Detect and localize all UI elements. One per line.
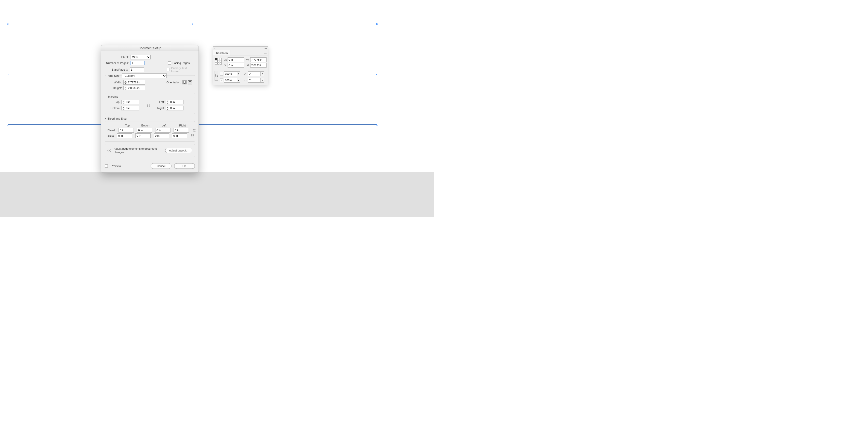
bleed-top-input[interactable] [119,128,134,133]
numpages-label: Number of Pages: [105,61,130,64]
y-label: Y: [223,64,227,67]
bleed-link-icon[interactable]: ⛓ [192,128,196,132]
orientation-portrait-button[interactable] [183,80,187,84]
resize-handle-tr[interactable] [376,23,378,25]
height-stepper[interactable]: ▴▾ [123,86,145,90]
margin-top-stepper[interactable]: ▴▾ [121,100,139,104]
margins-link-icon[interactable]: ⛓ [147,104,150,107]
resize-handle-ml[interactable] [7,74,8,75]
panel-close-icon[interactable]: × [214,47,216,50]
shear-icon: ▱ [243,79,247,82]
adjust-layout-button[interactable]: Adjust Layout... [165,148,192,153]
ok-button[interactable]: OK [174,163,195,169]
dropdown-icon[interactable]: ▾ [237,71,240,76]
margin-bottom-stepper[interactable]: ▴▾ [121,106,139,110]
panel-collapse-icon[interactable]: ◂◂ [265,47,267,50]
slug-bottom-input[interactable] [135,133,151,138]
h-input[interactable] [250,63,267,67]
h-label: H: [246,64,249,67]
facing-pages-checkbox[interactable] [168,61,171,64]
rotate-combo[interactable]: ▾ [248,71,264,76]
slug-row-label: Slug: [107,134,114,137]
scale-y-icon: ↕ [220,79,223,82]
x-input[interactable] [227,57,244,62]
resize-handle-mr[interactable] [376,74,378,75]
scale-link-icon[interactable]: ⛓ [215,71,218,81]
primary-text-frame-label: Primary Text Frame [171,66,195,73]
cancel-button[interactable]: Cancel [151,163,172,169]
width-stepper[interactable]: ▴▾ [123,80,145,85]
scale-x-combo[interactable]: ▾ [224,71,240,76]
scale-x-icon: ↔ [220,72,223,76]
bleed-left-input[interactable] [155,128,170,133]
height-label: Height: [107,86,122,89]
preview-label: Preview [111,165,121,168]
col-right: Right [175,124,190,127]
w-input[interactable] [250,57,267,62]
resize-handle-bl[interactable] [7,124,8,125]
height-input[interactable] [127,86,145,90]
intent-label: Intent: [105,56,130,59]
canvas-area [0,0,434,172]
slug-right-input[interactable] [172,133,187,138]
transform-tab[interactable]: Transform [213,50,230,56]
adjust-message: Adjust page elements to document changes [114,147,163,154]
slug-left-input[interactable] [154,133,169,138]
margins-legend: Margins [107,95,119,98]
numpages-input[interactable] [130,61,145,65]
x-label: X: [223,58,227,61]
slug-top-input[interactable] [117,133,132,138]
page-size-select[interactable]: [Custom] [122,74,167,78]
facing-pages-label: Facing Pages [173,61,190,64]
orientation-label: Orientation: [166,81,181,84]
y-input[interactable] [227,63,244,67]
rotate-icon: △ [243,72,247,75]
dropdown-icon[interactable]: ▾ [237,78,240,83]
w-label: W: [246,58,249,61]
scale-x-input[interactable] [224,71,237,76]
bleed-right-input[interactable] [174,128,189,133]
primary-text-frame-checkbox [167,68,170,71]
orientation-landscape-button[interactable] [188,80,192,84]
adjust-layout-box: i Adjust page elements to document chang… [105,144,195,157]
startpage-input[interactable] [130,67,144,72]
col-bottom: Bottom [138,124,153,127]
chevron-down-icon: ▾ [105,117,106,120]
reference-point-proxy[interactable] [215,58,222,67]
document-setup-dialog: Document Setup Intent: Web Number of Pag… [101,45,199,173]
col-left: Left [156,124,172,127]
bleed-slug-disclosure[interactable]: ▾ Bleed and Slug [105,117,195,120]
intent-select[interactable]: Web [130,55,151,59]
resize-handle-tl[interactable] [7,23,8,25]
margin-right-input[interactable] [169,106,184,110]
margin-bottom-input[interactable] [125,106,139,110]
bleed-slug-label: Bleed and Slug [107,117,127,120]
margin-left-stepper[interactable]: ▴▾ [166,100,184,104]
width-label: Width: [107,81,122,84]
resize-handle-tm[interactable] [192,23,193,25]
margins-fieldset: Margins Top:▴▾ Left:▴▾ Bottom:▴▾ Right:▴… [105,97,195,114]
margin-top-label: Top: [107,100,120,104]
resize-handle-br[interactable] [376,124,378,125]
info-icon: i [107,149,111,152]
margin-right-label: Right: [152,107,165,110]
scale-y-combo[interactable]: ▾ [224,78,240,83]
width-input[interactable] [127,80,145,85]
dropdown-icon[interactable]: ▾ [260,78,264,83]
rotate-input[interactable] [248,71,260,76]
bleed-bottom-input[interactable] [137,128,152,133]
margin-bottom-label: Bottom: [107,107,120,110]
slug-link-icon[interactable]: ⛓ [191,134,194,138]
margin-right-stepper[interactable]: ▴▾ [166,106,184,110]
shear-input[interactable] [248,78,260,83]
preview-checkbox[interactable] [105,165,108,168]
dialog-title[interactable]: Document Setup [101,46,198,51]
shear-combo[interactable]: ▾ [248,78,264,83]
margin-top-input[interactable] [125,100,139,104]
bleed-slug-section: Top Bottom Left Right Bleed: ⛓ Slug: ⛓ [105,121,195,142]
bleed-row-label: Bleed: [107,129,116,132]
panel-menu-icon[interactable] [262,52,268,54]
scale-y-input[interactable] [224,78,237,83]
margin-left-input[interactable] [169,100,184,104]
dropdown-icon[interactable]: ▾ [260,71,264,76]
